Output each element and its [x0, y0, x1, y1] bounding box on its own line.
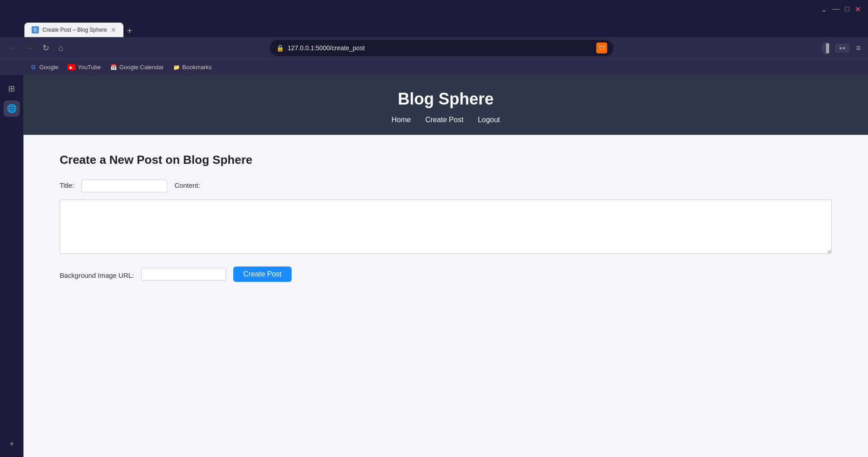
page-content: Blog Sphere Home Create Post Logout Crea…: [24, 75, 868, 457]
active-tab[interactable]: B Create Post – Blog Sphere ✕: [24, 23, 123, 37]
brave-badge-btn[interactable]: 👓: [835, 44, 849, 52]
form-heading: Create a New Post on Blog Sphere: [60, 153, 832, 167]
bookmark-google[interactable]: G Google: [26, 62, 62, 73]
create-post-button[interactable]: Create Post: [233, 267, 291, 282]
bookmark-google-label: Google: [39, 64, 58, 71]
tab-favicon: B: [32, 26, 39, 33]
tab-close-btn[interactable]: ✕: [111, 26, 116, 33]
bg-url-label: Background Image URL:: [60, 270, 134, 279]
reload-button[interactable]: ↻: [40, 41, 52, 55]
brave-shield-icon[interactable]: 🛡: [596, 43, 607, 53]
bookmarks-bar: G Google ▶ YouTube 📅 Google Calendar 📁 B…: [0, 59, 868, 75]
site-nav: Home Create Post Logout: [24, 116, 868, 124]
main-content: Create a New Post on Blog Sphere Title: …: [24, 135, 868, 457]
bookmark-bookmarks[interactable]: 📁 Bookmarks: [169, 62, 215, 73]
close-btn[interactable]: ✕: [855, 5, 861, 14]
minimize-btn[interactable]: —: [832, 5, 840, 13]
form-top-row: Title: Content:: [60, 180, 832, 192]
sidebar-panels-btn[interactable]: ⊞: [4, 81, 20, 97]
bottom-form-row: Background Image URL: Create Post: [60, 267, 832, 282]
title-label: Title:: [60, 180, 74, 189]
url-input[interactable]: [288, 44, 593, 52]
browser-sidebar: ⊞ 🌐 ＋: [0, 75, 24, 457]
lock-icon: 🔒: [276, 44, 284, 52]
bookmarks-folder-icon: 📁: [173, 64, 180, 71]
dropdown-btn[interactable]: ⌄: [821, 5, 827, 14]
menu-btn[interactable]: ≡: [854, 42, 863, 55]
home-button[interactable]: ⌂: [56, 42, 66, 55]
browser-right-controls: ▐ 👓 ≡: [821, 42, 863, 55]
bookmark-gcalendar[interactable]: 📅 Google Calendar: [106, 62, 167, 73]
sidebar-add-btn[interactable]: ＋: [4, 435, 20, 452]
content-textarea-section: [60, 200, 832, 254]
bookmark-youtube-label: YouTube: [78, 64, 101, 71]
tab-title: Create Post – Blog Sphere: [42, 27, 107, 33]
bookmark-youtube[interactable]: ▶ YouTube: [64, 62, 104, 72]
address-bar-row: ← → ↻ ⌂ 🔒 🛡 ▐ 👓 ≡: [0, 37, 868, 59]
sidebar-toggle-btn[interactable]: ▐: [821, 42, 831, 55]
tab-bar: B Create Post – Blog Sphere ✕ +: [0, 18, 868, 37]
title-input[interactable]: [81, 180, 167, 192]
content-label: Content:: [175, 180, 200, 189]
youtube-icon: ▶: [67, 64, 75, 70]
forward-button[interactable]: →: [23, 42, 36, 55]
browser-body: ⊞ 🌐 ＋ Blog Sphere Home Create Post Logou…: [0, 75, 868, 457]
back-button[interactable]: ←: [5, 42, 19, 55]
nav-logout[interactable]: Logout: [478, 116, 500, 124]
content-textarea[interactable]: [60, 200, 832, 254]
nav-create-post[interactable]: Create Post: [425, 116, 463, 124]
bg-url-input[interactable]: [141, 268, 226, 281]
bookmark-gcalendar-label: Google Calendar: [119, 64, 164, 71]
window-chrome-top: ⌄ — □ ✕: [0, 0, 868, 18]
bookmark-bookmarks-label: Bookmarks: [182, 64, 212, 71]
new-tab-button[interactable]: +: [123, 26, 136, 36]
google-icon: G: [30, 64, 37, 71]
maximize-btn[interactable]: □: [845, 5, 849, 13]
site-header: Blog Sphere Home Create Post Logout: [24, 75, 868, 135]
nav-home[interactable]: Home: [392, 116, 411, 124]
sidebar-web-btn[interactable]: 🌐: [4, 100, 20, 117]
calendar-icon: 📅: [110, 64, 117, 71]
site-title: Blog Sphere: [24, 90, 868, 109]
sidebar-bottom: ＋: [4, 435, 20, 452]
window-right-controls[interactable]: ⌄ — □ ✕: [821, 5, 861, 14]
address-bar: 🔒 🛡: [270, 40, 613, 56]
